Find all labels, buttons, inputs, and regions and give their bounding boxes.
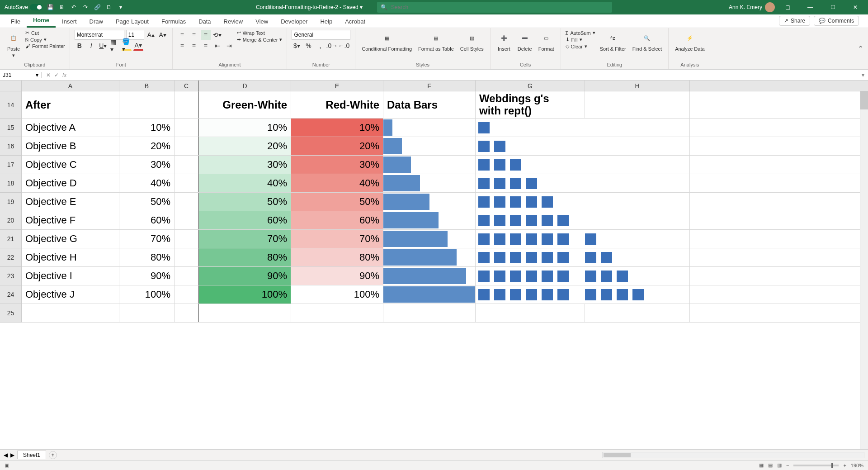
cell[interactable] — [585, 304, 690, 322]
cell[interactable]: 90% — [199, 267, 291, 285]
cell[interactable] — [175, 248, 199, 266]
row-header[interactable]: 15 — [0, 119, 22, 137]
copy-button[interactable]: ⎘Copy ▾ — [25, 37, 65, 43]
cell[interactable]: Objective B — [22, 137, 119, 155]
cell[interactable]: 80% — [199, 248, 291, 266]
cell[interactable] — [476, 174, 585, 192]
cell[interactable]: Objective J — [22, 285, 119, 304]
zoom-slider[interactable] — [793, 465, 839, 466]
increase-font-icon[interactable]: A▴ — [146, 30, 156, 40]
cell[interactable] — [585, 248, 690, 266]
cell[interactable] — [585, 137, 690, 155]
cell[interactable] — [175, 304, 199, 322]
cell[interactable] — [22, 304, 119, 322]
cell[interactable] — [175, 211, 199, 229]
find-select-button[interactable]: 🔍Find & Select — [631, 30, 664, 52]
cell[interactable] — [383, 304, 476, 322]
cell[interactable] — [119, 304, 175, 322]
search-input[interactable] — [391, 4, 609, 10]
cancel-formula-icon[interactable]: ✕ — [46, 72, 51, 78]
col-header[interactable]: A — [22, 81, 119, 91]
align-left-icon[interactable]: ≡ — [177, 41, 187, 51]
row-header[interactable]: 24 — [0, 285, 22, 304]
cell[interactable] — [585, 230, 690, 248]
wrap-text-button[interactable]: ↩Wrap Text — [237, 30, 283, 36]
cell[interactable] — [383, 285, 476, 304]
cell[interactable]: After — [22, 91, 119, 118]
cell[interactable]: 70% — [199, 230, 291, 248]
cell[interactable] — [476, 304, 585, 322]
cell[interactable]: 30% — [291, 156, 383, 174]
cell[interactable]: 40% — [291, 174, 383, 192]
select-all-corner[interactable] — [0, 81, 22, 91]
row-header[interactable]: 19 — [0, 193, 22, 211]
cell[interactable] — [383, 174, 476, 192]
page-break-view-icon[interactable]: ▥ — [777, 462, 782, 468]
comments-button[interactable]: 💬Comments — [814, 16, 859, 26]
row-header[interactable]: 20 — [0, 211, 22, 230]
cell[interactable]: Objective H — [22, 248, 119, 266]
decrease-font-icon[interactable]: A▾ — [158, 30, 168, 40]
col-header[interactable]: G — [476, 81, 585, 91]
cells-area[interactable]: AfterGreen-WhiteRed-WhiteData BarsWebdin… — [22, 91, 868, 323]
cell[interactable] — [383, 119, 476, 137]
cell[interactable]: 60% — [291, 211, 383, 229]
enter-formula-icon[interactable]: ✓ — [54, 72, 59, 78]
cell[interactable]: 20% — [291, 137, 383, 155]
qat-customize-icon[interactable]: ▾ — [117, 3, 125, 11]
cell[interactable] — [476, 285, 585, 304]
cell[interactable] — [175, 156, 199, 174]
increase-decimal-icon[interactable]: .0→ — [327, 41, 337, 51]
autosave-toggle[interactable]: AutoSave On — [5, 4, 42, 10]
cell[interactable]: Objective G — [22, 230, 119, 248]
cell-styles-button[interactable]: ▧Cell Styles — [458, 30, 486, 52]
col-header[interactable]: E — [291, 81, 383, 91]
clear-button[interactable]: ◇Clear ▾ — [566, 43, 595, 49]
normal-view-icon[interactable]: ▦ — [759, 462, 764, 468]
sort-filter-button[interactable]: ᴬᴢSort & Filter — [598, 30, 628, 52]
cell[interactable] — [175, 285, 199, 304]
row-header[interactable]: 22 — [0, 248, 22, 267]
cell[interactable] — [175, 137, 199, 155]
autosum-button[interactable]: ΣAutoSum ▾ — [566, 30, 595, 36]
comma-icon[interactable]: , — [315, 41, 325, 51]
name-box[interactable]: J31▾ — [0, 72, 42, 78]
cell[interactable]: 50% — [199, 193, 291, 211]
tab-file[interactable]: File — [5, 15, 27, 28]
link-icon[interactable]: 🔗 — [93, 3, 101, 11]
cell[interactable]: Data Bars — [383, 91, 476, 118]
cell[interactable]: 10% — [199, 119, 291, 137]
format-painter-button[interactable]: 🖌Format Painter — [25, 43, 65, 49]
border-button[interactable]: ▦ ▾ — [110, 41, 120, 51]
row-header[interactable]: 23 — [0, 267, 22, 285]
cell[interactable] — [476, 267, 585, 285]
decrease-indent-icon[interactable]: ⇤ — [212, 41, 222, 51]
percent-icon[interactable]: % — [303, 41, 313, 51]
cut-button[interactable]: ✂Cut — [25, 30, 65, 36]
cell[interactable] — [476, 211, 585, 229]
tab-review[interactable]: Review — [217, 15, 250, 28]
cell[interactable] — [119, 91, 175, 118]
tab-draw[interactable]: Draw — [83, 15, 109, 28]
fill-button[interactable]: ⬇Fill ▾ — [566, 37, 595, 43]
cell[interactable] — [585, 193, 690, 211]
collapse-ribbon-icon[interactable]: ⌃ — [853, 44, 868, 53]
zoom-in-icon[interactable]: + — [843, 463, 846, 468]
cell[interactable]: Objective C — [22, 156, 119, 174]
align-top-icon[interactable]: ≡ — [177, 30, 187, 40]
cell[interactable] — [476, 230, 585, 248]
underline-button[interactable]: U ▾ — [98, 41, 108, 51]
vertical-scrollbar[interactable] — [860, 91, 868, 449]
cell[interactable]: 100% — [291, 285, 383, 304]
align-bottom-icon[interactable]: ≡ — [201, 30, 211, 40]
cell[interactable] — [585, 285, 690, 304]
tab-acrobat[interactable]: Acrobat — [339, 15, 372, 28]
row-header[interactable]: 21 — [0, 230, 22, 248]
zoom-thumb[interactable] — [831, 463, 833, 468]
row-header[interactable]: 18 — [0, 174, 22, 193]
italic-button[interactable]: I — [86, 41, 96, 51]
cell[interactable] — [383, 137, 476, 155]
search-box[interactable]: 🔍 — [377, 2, 612, 13]
cell[interactable] — [199, 304, 291, 322]
ribbon-display-icon[interactable]: ▢ — [778, 0, 797, 14]
